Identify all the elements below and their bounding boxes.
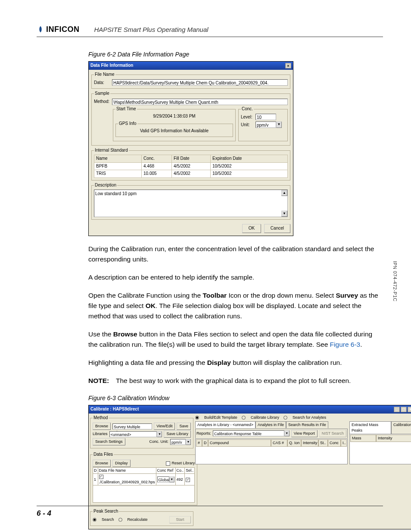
paragraph: Highlighting a data file and pressing th… bbox=[88, 358, 383, 368]
conc-ref-select[interactable]: Global ▼ bbox=[157, 476, 174, 482]
table-header-row: Name Conc. Fill Date Expiration Date bbox=[94, 155, 288, 163]
scroll-down-icon[interactable]: ▼ bbox=[281, 211, 287, 217]
footer-rule bbox=[37, 506, 383, 506]
maximize-icon[interactable]: □ bbox=[401, 407, 407, 412]
chevron-down-icon[interactable]: ▼ bbox=[169, 476, 174, 482]
close-icon[interactable]: × bbox=[408, 407, 411, 412]
figure-caption-2: Figure 6-3 Calibration Window bbox=[88, 394, 383, 402]
save-library-button[interactable]: Save Library bbox=[164, 430, 191, 438]
method-input[interactable]: Survey Multiple Chem Qua bbox=[112, 423, 152, 429]
side-code: IPN 074-472-P1C bbox=[391, 261, 398, 302]
table-row[interactable]: TRIS 10.005 4/5/2002 10/5/2002 bbox=[94, 170, 288, 178]
browse-button[interactable]: Browse bbox=[93, 423, 111, 430]
chevron-down-icon[interactable]: ▼ bbox=[276, 121, 282, 128]
data-files-group: Data Files Browse Display Reset Library … bbox=[90, 451, 197, 505]
gps-group: GPS Info Valid GPS Information Not Avail… bbox=[115, 121, 233, 137]
start-time-group: Start Time 9/29/2004 1:38:03 PM GPS Info… bbox=[113, 106, 236, 141]
tab-calibration[interactable]: Calibration bbox=[391, 421, 411, 434]
close-icon[interactable]: × bbox=[285, 63, 291, 68]
tab-analytes-library[interactable]: Analytes in Library - <unnamed> bbox=[195, 421, 255, 428]
conc-group: Conc. Level: 10 Unit: ppm/v ▼ bbox=[238, 106, 288, 141]
calibrate-window: Calibrate : HAPS9direct _ □ × Method Bro… bbox=[88, 405, 411, 529]
report-panel: # D Compound CAS # Q. Ion Intensity St..… bbox=[195, 439, 348, 464]
col-fill: Fill Date bbox=[172, 155, 211, 163]
figure-link[interactable]: Figure 6-3 bbox=[330, 341, 361, 348]
mode-row: Build/Edit Template Calibrate Library Se… bbox=[195, 415, 411, 420]
table-empty-area bbox=[93, 485, 195, 503]
method-path-field[interactable]: \Haps\Method\SurveySurvey Multiple Chem … bbox=[112, 99, 288, 105]
paragraph: A description can be entered to help ide… bbox=[88, 272, 383, 283]
dialog-buttons: OK Cancel bbox=[91, 221, 290, 233]
data-path-field[interactable]: HAPS9direct:/Data/Survey/Survey Multiple… bbox=[112, 79, 288, 86]
right-tabs: Extracted Mass Peaks Calibration bbox=[349, 421, 411, 434]
reports-label: Reports: bbox=[196, 431, 211, 436]
build-template-radio[interactable] bbox=[195, 416, 199, 420]
description-textarea[interactable]: Low standard 10 ppm ▲ ▼ bbox=[94, 190, 288, 217]
libraries-label: Libraries bbox=[93, 431, 108, 437]
start-button[interactable]: Start bbox=[169, 516, 191, 523]
internal-standard-group: Internal Standard Name Conc. Fill Date E… bbox=[91, 147, 290, 180]
description-text: Low standard 10 ppm bbox=[95, 191, 137, 196]
level-input[interactable]: 10 bbox=[255, 114, 276, 120]
sample-group: Sample Method: \Haps\Method\SurveySurvey… bbox=[91, 90, 290, 146]
mass-header: Mass bbox=[350, 435, 376, 442]
peak-search-group: Peak Search Search Recalculate Start bbox=[90, 508, 193, 526]
data-files-table: D Data File Name Conc Ref Co.. Sel.. 1 ✓… bbox=[93, 467, 195, 485]
calibrate-titlebar: Calibrate : HAPS9direct _ □ × bbox=[89, 405, 411, 414]
inficon-icon bbox=[37, 25, 44, 33]
chevron-down-icon[interactable]: ▼ bbox=[186, 439, 191, 445]
internal-std-legend: Internal Standard bbox=[94, 147, 129, 154]
description-group: Description Low standard 10 ppm ▲ ▼ bbox=[91, 182, 290, 220]
paragraph: During the Calibration run, enter the co… bbox=[88, 244, 383, 264]
save-button[interactable]: Save bbox=[177, 423, 191, 430]
view-edit-button[interactable]: View/Edit bbox=[154, 423, 175, 430]
search-radio[interactable] bbox=[93, 518, 97, 522]
recalculate-radio[interactable] bbox=[118, 518, 122, 522]
intensity-header: Intensity bbox=[376, 435, 411, 442]
cancel-button[interactable]: Cancel bbox=[264, 224, 290, 233]
unit-value: ppm/v bbox=[255, 121, 276, 128]
minimize-icon[interactable]: _ bbox=[394, 407, 400, 412]
chevron-down-icon[interactable]: ▼ bbox=[284, 430, 290, 436]
manual-title: HAPSITE Smart Plus Operating Manual bbox=[94, 25, 209, 35]
scroll-up-icon[interactable]: ▲ bbox=[281, 190, 287, 196]
dialog-title: Data File Information bbox=[90, 62, 133, 69]
reports-select[interactable]: Calibration Response Table ▼ bbox=[213, 430, 290, 436]
analyte-tabs: Analytes in Library - <unnamed> Analytes… bbox=[195, 421, 348, 428]
libraries-select[interactable]: <unnamed> ▼ bbox=[109, 431, 162, 437]
reset-library-label: Reset Library bbox=[172, 460, 195, 466]
gps-value: Valid GPS Information Not Available bbox=[118, 128, 230, 134]
calibrate-library-radio[interactable] bbox=[242, 416, 246, 420]
conc-unit-select[interactable]: ppm/v ▼ bbox=[170, 439, 191, 445]
sel-check-icon[interactable]: ✓ bbox=[186, 478, 190, 482]
display-button[interactable]: Display bbox=[112, 460, 131, 467]
conc-unit-label: Conc. Unit: bbox=[149, 439, 168, 445]
start-time-legend: Start Time bbox=[115, 106, 137, 112]
table-row[interactable]: 1 ✓ ./Calibration_20040929_002.hps Globa… bbox=[93, 474, 195, 485]
table-row[interactable]: BPFB 4.468 4/5/2002 10/5/2002 bbox=[94, 162, 288, 170]
row-check-icon[interactable]: ✓ bbox=[99, 475, 103, 479]
chevron-down-icon[interactable]: ▼ bbox=[157, 431, 162, 437]
search-settings-button[interactable]: Search Settings bbox=[93, 438, 125, 445]
search-analytes-radio[interactable] bbox=[283, 416, 287, 420]
nist-search-button[interactable]: NIST Search bbox=[319, 430, 346, 437]
tab-analytes-file[interactable]: Analytes in File bbox=[255, 421, 286, 428]
data-file-info-dialog: Data File Information × File Name Data: … bbox=[88, 61, 293, 236]
reset-library-checkbox[interactable] bbox=[166, 461, 170, 466]
file-name-group: File Name Data: HAPS9direct:/Data/Survey… bbox=[91, 72, 290, 89]
brand-text: INFICON bbox=[46, 24, 80, 35]
paragraph: Use the Browse button in the Data Files … bbox=[88, 329, 383, 350]
note: NOTE: The best way to work with the grap… bbox=[88, 376, 383, 386]
note-label: NOTE: bbox=[88, 376, 113, 386]
view-report-button[interactable]: View Report bbox=[291, 430, 318, 437]
tab-extracted-peaks[interactable]: Extracted Mass Peaks bbox=[349, 421, 391, 434]
col-name: Name bbox=[94, 155, 142, 163]
conc-legend: Conc. bbox=[241, 106, 254, 112]
tab-search-results[interactable]: Search Results in File bbox=[286, 421, 328, 428]
unit-select[interactable]: ppm/v ▼ bbox=[255, 121, 282, 128]
ok-button[interactable]: OK bbox=[242, 224, 261, 233]
browse-button[interactable]: Browse bbox=[93, 460, 111, 467]
calibrate-title: Calibrate : HAPS9direct bbox=[90, 406, 139, 413]
note-text: The best way to work with the graphical … bbox=[116, 376, 351, 386]
col-conc: Conc. bbox=[142, 155, 172, 163]
